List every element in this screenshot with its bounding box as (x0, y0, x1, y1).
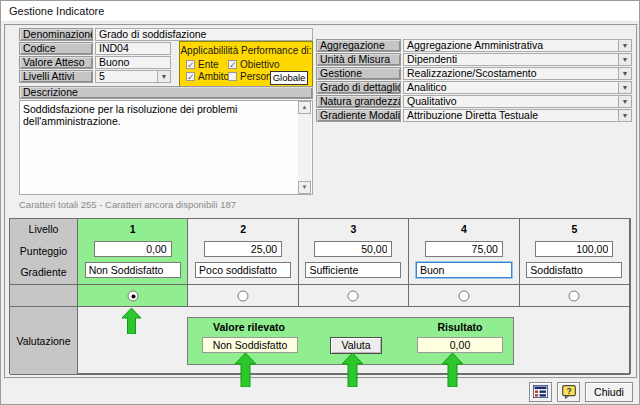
svg-text:?: ? (566, 386, 571, 396)
level-3-radio[interactable] (348, 290, 359, 301)
gradiente-modalita-dropdown[interactable]: Attribuzione Diretta Testuale ▼ (403, 109, 632, 122)
descrizione-scrollbar[interactable]: ▲ ▼ (298, 101, 311, 194)
obiettivo-checkbox-label: Obiettivo (240, 59, 279, 70)
level-1-gradiente-input[interactable] (85, 262, 181, 278)
descrizione-label: Descrizione (19, 86, 313, 99)
level-2-punteggio-input[interactable] (204, 241, 282, 257)
level-4-punteggio-input[interactable] (425, 241, 503, 257)
natura-grandezza-label: Natura grandezza (316, 95, 401, 108)
unita-misura-dropdown[interactable]: Dipendenti ▼ (403, 53, 632, 66)
natura-grandezza-value: Qualitativo (407, 95, 457, 107)
level-2-radio-cell (188, 285, 298, 307)
livello-row-label: Livello (10, 223, 77, 235)
gestione-dropdown[interactable]: Realizzazione/Scostamento ▼ (403, 67, 632, 80)
chevron-down-icon[interactable]: ▼ (618, 54, 631, 65)
chevron-down-icon[interactable]: ▼ (157, 71, 170, 82)
level-3-punteggio-input[interactable] (314, 241, 392, 257)
grado-dettaglio-value: Analitico (407, 81, 447, 93)
valutazione-row-label: Valutazione (10, 335, 77, 347)
unita-misura-label: Unità di Misura (316, 53, 401, 66)
level-3-number: 3 (299, 223, 408, 235)
level-1-radio-cell (78, 285, 188, 307)
ente-checkbox[interactable]: ✓ (186, 60, 195, 69)
level-1-number: 1 (78, 223, 187, 235)
ente-checkbox-label: Ente (198, 59, 219, 70)
green-arrow-valuta (342, 353, 363, 387)
ambito-checkbox-label: Ambito (198, 71, 229, 82)
valutazione-label-cell: Valutazione (10, 307, 78, 375)
risultato-field: 0,00 (417, 337, 503, 353)
scroll-down-icon[interactable]: ▼ (298, 181, 311, 194)
scroll-up-icon[interactable]: ▲ (298, 101, 311, 114)
applicability-title: Applicabililità Performance di: (180, 45, 312, 56)
level-2-number: 2 (188, 223, 297, 235)
chiudi-button[interactable]: Chiudi (585, 382, 633, 402)
valore-rilevato-label: Valore rilevato (194, 321, 304, 333)
level-2-gradiente-input[interactable] (195, 262, 291, 278)
row-labels-cell: Livello Punteggio Gradiente (10, 219, 78, 285)
level-5-punteggio-input[interactable] (535, 241, 613, 257)
level-4-radio[interactable] (458, 290, 469, 301)
chevron-down-icon[interactable]: ▼ (618, 110, 631, 121)
level-4-gradiente-input-focused[interactable] (416, 262, 512, 278)
level-1-radio[interactable] (127, 290, 138, 301)
level-2-radio[interactable] (238, 290, 249, 301)
green-arrow-risultato (442, 353, 463, 387)
level-2-cell: 2 (188, 219, 298, 285)
unita-misura-value: Dipendenti (407, 53, 457, 65)
report-button[interactable] (529, 382, 552, 402)
risultato-label: Risultato (410, 321, 510, 333)
ambito-checkbox[interactable]: ✓ (186, 72, 195, 81)
level-3-cell: 3 (299, 219, 409, 285)
valore-atteso-field[interactable]: Buono (95, 56, 171, 69)
obiettivo-checkbox[interactable]: ✓ (228, 60, 237, 69)
applicability-panel: Applicabililità Performance di: ✓ Ente ✓… (179, 41, 313, 89)
calculator-icon (533, 385, 548, 398)
persona-checkbox[interactable] (228, 72, 237, 81)
aggregazione-label: Aggregazione (316, 39, 401, 52)
level-3-gradiente-input[interactable] (305, 262, 401, 278)
level-4-number: 4 (409, 223, 518, 235)
denominazione-field[interactable]: Grado di soddisfazione (95, 28, 313, 41)
gestione-label: Gestione (316, 67, 401, 80)
valuta-button[interactable]: Valuta (330, 337, 382, 354)
radio-row-label-cell (10, 285, 78, 307)
char-counter: Caratteri totali 255 - Caratteri ancora … (19, 199, 236, 210)
gestione-value: Realizzazione/Scostamento (407, 67, 537, 79)
level-5-radio[interactable] (569, 290, 580, 301)
chevron-down-icon[interactable]: ▼ (618, 96, 631, 107)
level-5-number: 5 (520, 223, 629, 235)
chevron-down-icon[interactable]: ▼ (618, 68, 631, 79)
natura-grandezza-dropdown[interactable]: Qualitativo ▼ (403, 95, 632, 108)
aggregazione-value: Aggregazione Amministrativa (407, 39, 543, 51)
chevron-down-icon[interactable]: ▼ (618, 82, 631, 93)
aggregazione-dropdown[interactable]: Aggregazione Amministrativa ▼ (403, 39, 632, 52)
livelli-attivi-combobox[interactable]: 5 ▼ (95, 70, 171, 83)
punteggio-row-label: Punteggio (10, 245, 77, 257)
descrizione-textarea[interactable]: Soddidsfazione per la risoluzione dei pr… (19, 100, 313, 195)
grado-dettaglio-label: Grado di dettaglio (316, 81, 401, 94)
level-1-cell: 1 (78, 219, 188, 285)
valore-rilevato-field: Non Soddisfatto (202, 337, 298, 353)
level-5-gradiente-input[interactable] (526, 262, 622, 278)
globale-button[interactable]: Globale (270, 71, 308, 85)
levels-table: Livello Punteggio Gradiente 1 2 3 4 5 (9, 218, 631, 374)
gradiente-modalita-value: Attribuzione Diretta Testuale (407, 109, 538, 121)
green-arrow-selected-level (122, 308, 141, 334)
codice-field[interactable]: IND04 (95, 42, 171, 55)
livelli-attivi-label: Livelli Attivi (19, 70, 93, 83)
level-5-radio-cell (520, 285, 630, 307)
level-4-cell: 4 (409, 219, 519, 285)
livelli-attivi-value: 5 (99, 70, 105, 82)
level-1-punteggio-input[interactable] (94, 241, 172, 257)
green-arrow-valore-rilevato (235, 353, 256, 387)
title-bar: Gestione Indicatore (1, 1, 639, 22)
chevron-down-icon[interactable]: ▼ (618, 40, 631, 51)
level-5-cell: 5 (520, 219, 630, 285)
gradiente-row-label: Gradiente (10, 266, 77, 278)
valore-atteso-label: Valore Atteso (19, 56, 93, 69)
help-button[interactable]: ? (557, 382, 580, 402)
level-4-radio-cell (409, 285, 519, 307)
grado-dettaglio-dropdown[interactable]: Analitico ▼ (403, 81, 632, 94)
gradiente-modalita-label: Gradiente Modalità (316, 109, 401, 122)
